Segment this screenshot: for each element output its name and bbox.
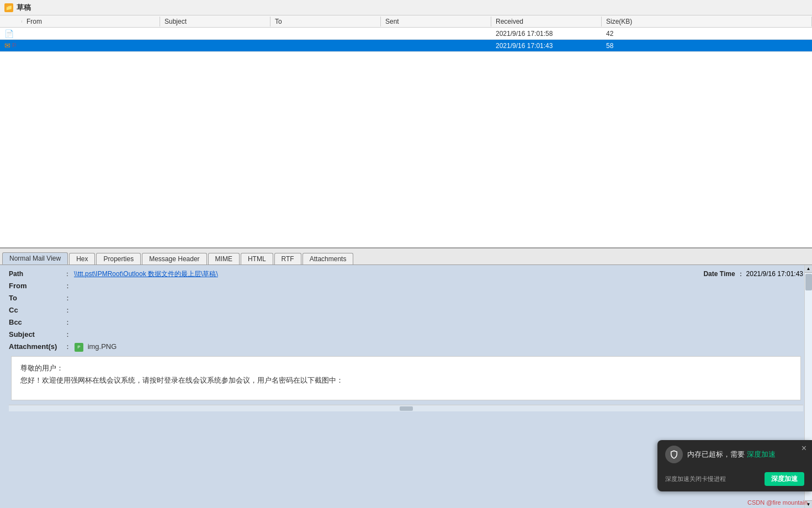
- detail-to-row: To ：: [9, 293, 803, 303]
- scroll-thumb-horizontal: [400, 406, 413, 411]
- tab-mime[interactable]: MIME: [208, 253, 240, 264]
- subject-label: Subject: [9, 330, 64, 338]
- scroll-thumb: [805, 274, 812, 290]
- toast-notification: × 内存已超标，需要 深度加速 深度加速关闭卡慢进程 深度加速: [657, 440, 812, 491]
- toast-footer: 深度加速关闭卡慢进程 深度加速: [665, 472, 804, 486]
- attachment-filename: img.PNG: [88, 342, 117, 351]
- col-header-from[interactable]: From: [22, 17, 160, 27]
- row2-to: [270, 45, 381, 47]
- col-header-received[interactable]: Received: [491, 17, 602, 27]
- tab-normal-mail-view[interactable]: Normal Mail View: [2, 252, 68, 264]
- path-colon: ：: [64, 269, 71, 279]
- tab-attachments[interactable]: Attachments: [302, 253, 354, 264]
- column-headers: From Subject To Sent Received Size(KB): [0, 15, 812, 28]
- watermark: CSDN @fire mountain: [747, 499, 808, 506]
- horizontal-scrollbar[interactable]: [9, 405, 803, 411]
- shield-svg: [669, 449, 679, 459]
- tab-message-header[interactable]: Message Header: [142, 253, 206, 264]
- row1-size: 42: [602, 29, 812, 39]
- toast-subtext: 深度加速关闭卡慢进程: [665, 475, 726, 483]
- row2-size: 58: [602, 41, 812, 51]
- datetime-label: Date Time: [703, 270, 735, 278]
- tabs-bar: Normal Mail View Hex Properties Message …: [0, 248, 812, 265]
- mail-body-line1: 尊敬的用户：: [20, 363, 792, 373]
- toast-close-button[interactable]: ×: [802, 443, 806, 453]
- col-header-size[interactable]: Size(KB): [602, 17, 812, 27]
- datetime-value: 2021/9/16 17:01:43: [746, 270, 803, 278]
- bcc-label: Bcc: [9, 318, 64, 326]
- row1-sent: [381, 33, 491, 35]
- row2-received: 2021/9/16 17:01:43: [491, 41, 602, 51]
- path-label: Path: [9, 270, 64, 278]
- detail-from-row: From ：: [9, 281, 803, 291]
- to-label: To: [9, 294, 64, 302]
- attachments-value: P img.PNG: [75, 342, 803, 352]
- detail-subject-row: Subject ：: [9, 330, 803, 340]
- toast-highlight[interactable]: 深度加速: [747, 450, 776, 458]
- envelope-icon: ✉: [4, 41, 10, 50]
- col-header-subject[interactable]: Subject: [160, 17, 270, 27]
- row1-to: [270, 33, 381, 35]
- table-row[interactable]: ✉ ⚐ 2021/9/16 17:01:43 58: [0, 40, 812, 52]
- scroll-up-button[interactable]: ▲: [805, 265, 813, 273]
- detail-bcc-row: Bcc ：: [9, 318, 803, 327]
- row1-icons: 📄: [0, 28, 22, 39]
- cc-label: Cc: [9, 306, 64, 314]
- row1-from: [22, 33, 160, 35]
- tab-html[interactable]: HTML: [241, 253, 273, 264]
- row1-received: 2021/9/16 17:01:58: [491, 29, 602, 39]
- from-label: From: [9, 282, 64, 290]
- tab-rtf[interactable]: RTF: [274, 253, 301, 264]
- col-header-icons[interactable]: [0, 20, 22, 23]
- title-text: 草稿: [17, 3, 31, 13]
- row2-icons: ✉ ⚐: [0, 40, 22, 51]
- detail-attachments-row: Attachment(s) ： P img.PNG: [9, 342, 803, 352]
- mail-body-line2: 您好！欢迎使用强网杯在线会议系统，请按时登录在线会议系统参加会议，用户名密码在以…: [20, 375, 792, 385]
- path-value[interactable]: \\ttt.pst\IPMRoot\Outlook 数据文件的最上层\草稿\: [74, 269, 218, 279]
- flag-icon: ⚐: [12, 42, 17, 49]
- draft-icon: 📄: [4, 29, 14, 38]
- title-icon: 📁: [4, 3, 13, 12]
- shield-icon: [665, 446, 683, 463]
- row1-subject: [160, 33, 270, 35]
- tab-properties[interactable]: Properties: [96, 253, 141, 264]
- toast-header: 内存已超标，需要 深度加速: [665, 446, 804, 463]
- detail-path-row: Path ： \\ttt.pst\IPMRoot\Outlook 数据文件的最上…: [9, 269, 803, 279]
- datetime-colon: ：: [737, 269, 744, 279]
- mail-body: 尊敬的用户： 您好！欢迎使用强网杯在线会议系统，请按时登录在线会议系统参加会议，…: [11, 356, 801, 400]
- toast-action-button[interactable]: 深度加速: [765, 472, 804, 486]
- row2-from: [22, 45, 160, 47]
- attachment-file-icon: P: [75, 343, 83, 352]
- table-row[interactable]: 📄 2021/9/16 17:01:58 42: [0, 28, 812, 40]
- toast-message-text: 内存已超标，需要 深度加速: [687, 449, 776, 459]
- tab-hex[interactable]: Hex: [69, 253, 95, 264]
- title-bar: 📁 草稿: [0, 0, 812, 15]
- col-header-to[interactable]: To: [270, 17, 381, 27]
- row2-subject: [160, 45, 270, 47]
- col-header-sent[interactable]: Sent: [381, 17, 491, 27]
- row2-sent: [381, 45, 491, 47]
- detail-cc-row: Cc ：: [9, 305, 803, 315]
- attachments-label: Attachment(s): [9, 342, 64, 351]
- email-list: 📄 2021/9/16 17:01:58 42 ✉ ⚐ 2021/9/16 17…: [0, 28, 812, 248]
